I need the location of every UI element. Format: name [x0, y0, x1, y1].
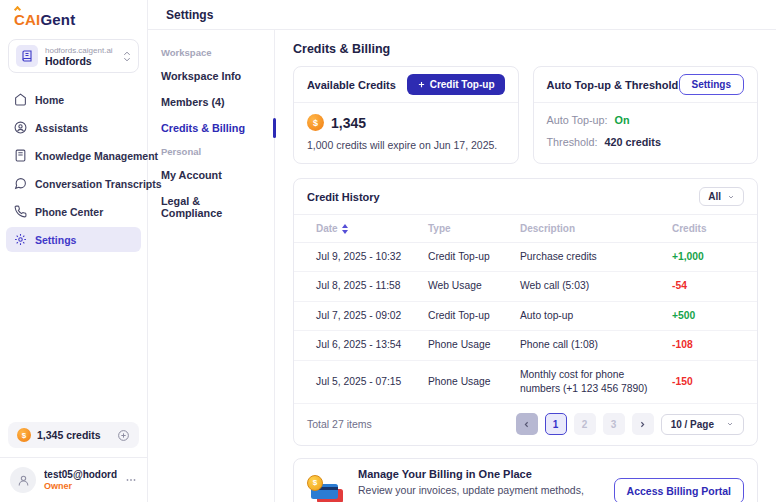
subnav-item-legal-compliance[interactable]: Legal & Compliance: [148, 188, 274, 226]
user-role-badge: Owner: [44, 481, 117, 491]
chevron-up-down-icon: [123, 51, 131, 62]
phone-icon: [14, 205, 27, 218]
page-size-select[interactable]: 10 / Page: [661, 414, 744, 435]
sidebar-item-conversation-transcripts[interactable]: Conversation Transcripts: [6, 171, 141, 196]
cell-date: Jul 8, 2025 - 11:58: [316, 279, 428, 293]
subnav-item-members[interactable]: Members (4): [148, 89, 274, 115]
credits-amount-row: $ 1,345: [307, 114, 505, 131]
auto-topup-status-row: Auto Top-up: On: [547, 114, 745, 126]
sidebar-item-settings[interactable]: Settings: [6, 227, 141, 252]
pagination-page-1[interactable]: 1: [545, 413, 567, 435]
content-row: Workspace Workspace Info Members (4) Cre…: [148, 30, 776, 502]
available-credits-body: $ 1,345 1,000 credits will expire on Jun…: [294, 103, 518, 163]
pagination-prev-button[interactable]: [516, 413, 538, 435]
cell-description: Purchase credits: [520, 250, 672, 264]
cell-type: Phone Usage: [428, 338, 520, 352]
app-sidebar: CAIGent hodfords.caigent.ai Hodfords Hom…: [0, 0, 148, 502]
cell-credits: -150: [672, 375, 757, 389]
cell-type: Credit Top-up: [428, 250, 520, 264]
subnav-item-credits-billing[interactable]: Credits & Billing: [148, 115, 274, 141]
credit-topup-button-label: Credit Top-up: [430, 79, 495, 90]
ellipsis-menu-icon[interactable]: [125, 474, 137, 486]
coin-icon: $: [17, 428, 31, 442]
table-header-row: Date Type Description Credits: [294, 215, 757, 243]
main-region: Settings Workspace Workspace Info Member…: [148, 0, 776, 502]
total-items-label: Total 27 items: [307, 418, 372, 430]
cell-description: Auto top-up: [520, 309, 672, 323]
subnav-section-personal: Personal: [148, 141, 274, 162]
sidebar-item-label: Settings: [35, 234, 76, 246]
sidebar-credits-label: 1,345 credits: [37, 429, 111, 441]
cell-credits: +1,000: [672, 250, 757, 264]
workspace-name: Hodfords: [45, 55, 116, 67]
available-credits-title: Available Credits: [307, 79, 396, 91]
workspace-text: hodfords.caigent.ai Hodfords: [45, 46, 116, 67]
cell-date: Jul 7, 2025 - 09:02: [316, 309, 428, 323]
auto-topup-label: Auto Top-up:: [547, 114, 608, 126]
subnav-item-my-account[interactable]: My Account: [148, 162, 274, 188]
page-size-value: 10 / Page: [671, 419, 714, 430]
gear-icon: [14, 233, 27, 246]
pagination-page-3[interactable]: 3: [603, 413, 625, 435]
avatar: [10, 467, 36, 493]
assistant-icon: [14, 121, 27, 134]
user-icon: [17, 474, 30, 487]
column-header-date[interactable]: Date: [316, 223, 428, 234]
sidebar-item-assistants[interactable]: Assistants: [6, 115, 141, 140]
sidebar-item-phone-center[interactable]: Phone Center: [6, 199, 141, 224]
chevron-down-icon: [727, 193, 735, 201]
brand-logo-navy: Gent: [40, 11, 75, 28]
table-row: Jul 8, 2025 - 11:58 Web Usage Web call (…: [294, 272, 757, 301]
cell-description: Web call (5:03): [520, 279, 672, 293]
sidebar-item-label: Conversation Transcripts: [35, 178, 162, 190]
sidebar-credits-chip[interactable]: $ 1,345 credits: [8, 422, 139, 448]
history-filter-select[interactable]: All: [699, 187, 744, 206]
plus-icon: [417, 80, 426, 89]
table-row: Jul 6, 2025 - 13:54 Phone Usage Phone ca…: [294, 331, 757, 360]
header-title: Settings: [166, 8, 213, 22]
credits-expiry-note: 1,000 credits will expire on Jun 17, 202…: [307, 139, 505, 151]
workspace-selector[interactable]: hodfords.caigent.ai Hodfords: [8, 39, 139, 73]
threshold-label: Threshold:: [547, 136, 598, 148]
user-info: test05@hodords.co... Owner: [44, 469, 117, 491]
credit-history-card: Credit History All Date Type Descriptio: [293, 178, 758, 446]
top-header: Settings: [148, 0, 776, 30]
home-icon: [14, 93, 27, 106]
workspace-domain: hodfords.caigent.ai: [45, 46, 116, 55]
workspace-icon: [16, 45, 38, 67]
user-email: test05@hodords.co...: [44, 469, 117, 480]
available-credits-card: Available Credits Credit Top-up $ 1,345 …: [293, 66, 519, 164]
credit-history-title: Credit History: [307, 191, 380, 203]
pagination: 1 2 3 10 / Page: [516, 413, 744, 435]
cell-date: Jul 9, 2025 - 10:32: [316, 250, 428, 264]
brand-logo: CAIGent: [0, 0, 147, 36]
auto-topup-header: Auto Top-up & Threshold Settings: [534, 67, 758, 103]
auto-topup-status-value: On: [615, 114, 630, 126]
chevron-left-icon: [522, 420, 531, 429]
user-account-row[interactable]: test05@hodords.co... Owner: [0, 457, 147, 502]
billing-banner-title: Manage Your Billing in One Place: [358, 468, 601, 480]
column-header-credits: Credits: [672, 223, 757, 234]
cell-type: Phone Usage: [428, 375, 520, 389]
history-filter-value: All: [708, 191, 721, 202]
sidebar-item-home[interactable]: Home: [6, 87, 141, 112]
subnav-item-workspace-info[interactable]: Workspace Info: [148, 63, 274, 89]
sidebar-item-label: Phone Center: [35, 206, 103, 218]
sidebar-item-label: Home: [35, 94, 64, 106]
sort-icon[interactable]: [342, 224, 348, 234]
auto-topup-card: Auto Top-up & Threshold Settings Auto To…: [533, 66, 759, 164]
cell-credits: +500: [672, 309, 757, 323]
auto-topup-title: Auto Top-up & Threshold: [547, 79, 679, 91]
sidebar-item-label: Assistants: [35, 122, 88, 134]
threshold-row: Threshold: 420 credits: [547, 136, 745, 148]
available-credits-header: Available Credits Credit Top-up: [294, 67, 518, 103]
access-billing-portal-button[interactable]: Access Billing Portal: [614, 478, 744, 502]
pagination-page-2[interactable]: 2: [574, 413, 596, 435]
add-credits-icon[interactable]: [117, 429, 130, 442]
cell-date: Jul 5, 2025 - 07:15: [316, 375, 428, 389]
sidebar-nav: Home Assistants Knowledge Management Con…: [0, 87, 147, 252]
pagination-next-button[interactable]: [632, 413, 654, 435]
auto-topup-settings-button[interactable]: Settings: [679, 74, 744, 95]
credit-topup-button[interactable]: Credit Top-up: [407, 74, 505, 95]
sidebar-item-knowledge-management[interactable]: Knowledge Management: [6, 143, 141, 168]
